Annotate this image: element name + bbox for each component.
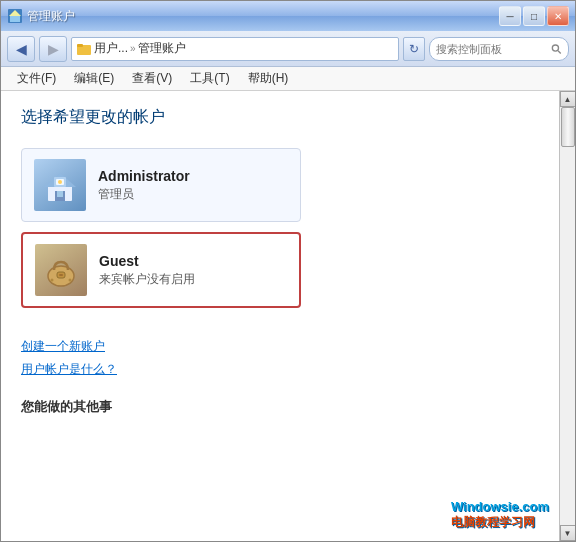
window-icon	[7, 8, 23, 24]
admin-status: 管理员	[98, 186, 190, 203]
svg-point-13	[58, 180, 62, 184]
svg-point-5	[553, 45, 559, 51]
page-title: 选择希望更改的帐户	[21, 107, 539, 128]
watermark-line2: 电脑教程学习网	[451, 514, 549, 531]
admin-info: Administrator 管理员	[98, 168, 190, 203]
guest-name: Guest	[99, 253, 195, 269]
menu-help[interactable]: 帮助(H)	[240, 68, 297, 89]
forward-button[interactable]: ▶	[39, 36, 67, 62]
watermark-line1: Windowsie.com	[451, 499, 549, 514]
title-bar: 管理账户 ─ □ ✕	[1, 1, 575, 31]
window: 管理账户 ─ □ ✕ ◀ ▶ 用户... » 管理账户 ↻	[0, 0, 576, 542]
back-button[interactable]: ◀	[7, 36, 35, 62]
folder-icon	[76, 41, 92, 57]
menu-bar: 文件(F) 编辑(E) 查看(V) 工具(T) 帮助(H)	[1, 67, 575, 91]
content-area: 选择希望更改的帐户	[1, 91, 575, 541]
admin-avatar-icon	[40, 165, 80, 205]
scroll-up-button[interactable]: ▲	[560, 91, 576, 107]
close-button[interactable]: ✕	[547, 6, 569, 26]
accounts-list: Administrator 管理员	[21, 148, 539, 308]
title-bar-left: 管理账户	[7, 8, 75, 25]
menu-edit[interactable]: 编辑(E)	[66, 68, 122, 89]
create-account-link[interactable]: 创建一个新账户	[21, 338, 539, 355]
window-controls: ─ □ ✕	[499, 6, 569, 26]
admin-name: Administrator	[98, 168, 190, 184]
admin-avatar-bg	[34, 159, 86, 211]
svg-rect-17	[59, 274, 63, 276]
guest-avatar-bg	[35, 244, 87, 296]
minimize-button[interactable]: ─	[499, 6, 521, 26]
menu-file[interactable]: 文件(F)	[9, 68, 64, 89]
bottom-links: 创建一个新账户 用户帐户是什么？	[21, 338, 539, 378]
guest-status: 来宾帐户没有启用	[99, 271, 195, 288]
scroll-thumb[interactable]	[561, 107, 575, 147]
refresh-button[interactable]: ↻	[403, 37, 425, 61]
account-card-guest[interactable]: Guest 来宾帐户没有启用	[21, 232, 301, 308]
guest-info: Guest 来宾帐户没有启用	[99, 253, 195, 288]
breadcrumb-separator: »	[130, 43, 136, 54]
svg-rect-4	[77, 44, 83, 47]
main-panel: 选择希望更改的帐户	[1, 91, 559, 541]
svg-rect-1	[10, 16, 20, 22]
scrollbar[interactable]: ▲ ▼	[559, 91, 575, 541]
breadcrumb-current: 管理账户	[138, 40, 186, 57]
breadcrumb-part1: 用户...	[94, 40, 128, 57]
what-is-account-link[interactable]: 用户帐户是什么？	[21, 361, 539, 378]
account-card-admin[interactable]: Administrator 管理员	[21, 148, 301, 222]
svg-point-18	[51, 279, 54, 282]
window-title: 管理账户	[27, 8, 75, 25]
search-icon	[551, 43, 562, 55]
scroll-down-button[interactable]: ▼	[560, 525, 576, 541]
svg-rect-10	[57, 191, 63, 197]
svg-line-6	[558, 50, 561, 53]
search-input[interactable]	[436, 43, 547, 55]
address-bar: ◀ ▶ 用户... » 管理账户 ↻	[1, 31, 575, 67]
maximize-button[interactable]: □	[523, 6, 545, 26]
menu-view[interactable]: 查看(V)	[124, 68, 180, 89]
breadcrumb: 用户... » 管理账户	[71, 37, 399, 61]
guest-avatar	[35, 244, 87, 296]
section-title: 您能做的其他事	[21, 398, 539, 416]
scroll-track[interactable]	[560, 107, 576, 525]
watermark: Windowsie.com 电脑教程学习网	[451, 499, 549, 531]
guest-avatar-icon	[41, 250, 81, 290]
menu-tools[interactable]: 工具(T)	[182, 68, 237, 89]
search-box[interactable]	[429, 37, 569, 61]
admin-avatar	[34, 159, 86, 211]
svg-point-19	[69, 279, 72, 282]
